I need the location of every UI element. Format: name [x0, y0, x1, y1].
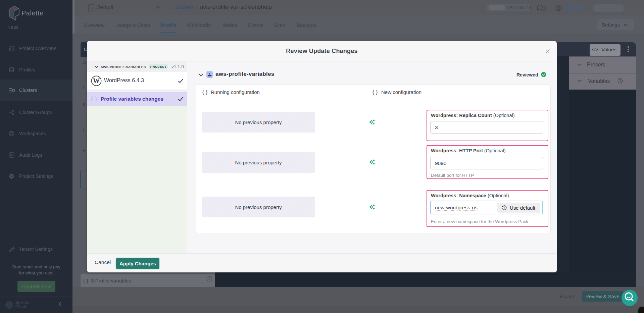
svg-text:@: @: [557, 6, 560, 10]
svg-text:W: W: [93, 77, 100, 85]
